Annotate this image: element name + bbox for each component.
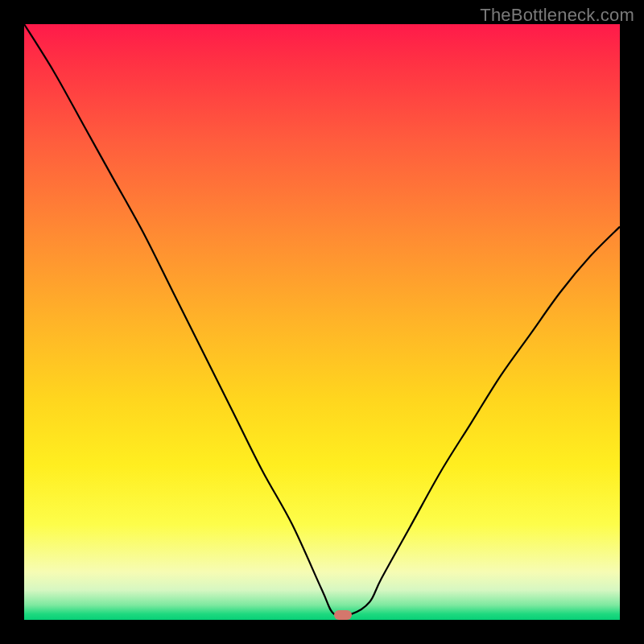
plot-area [24,24,620,620]
watermark-text: TheBottleneck.com [480,5,634,26]
optimal-point-marker [334,610,352,620]
heat-gradient-background [24,24,620,620]
chart-frame: TheBottleneck.com [0,0,644,644]
